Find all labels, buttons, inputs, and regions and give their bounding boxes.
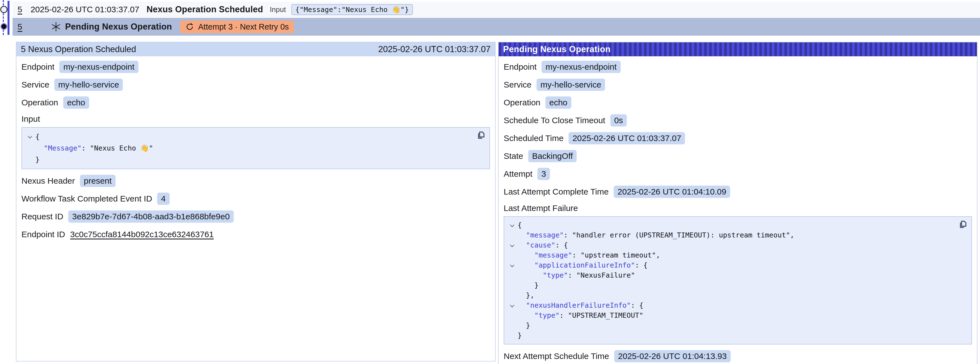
field-value-chip: 2025-02-26 UTC 01:04:13.93	[614, 350, 731, 362]
gutter	[506, 310, 517, 321]
event-timestamp: 2025-02-26 UTC 01:03:37.07	[31, 5, 139, 14]
failure-section-label: Last Attempt Failure	[504, 203, 972, 213]
field-label: Next Attempt Schedule Time	[504, 351, 609, 361]
field-next-attempt-schedule-time: Next Attempt Schedule Time 2025-02-26 UT…	[504, 350, 972, 362]
field-label: Last Attempt Complete Time	[504, 187, 609, 196]
gutter	[506, 250, 517, 260]
json-line: "cause": {	[506, 240, 955, 250]
pending-operation-panel-header: Pending Nexus Operation	[499, 42, 977, 56]
field-workflow-task-completed-event-id: Workflow Task Completed Event ID 4	[21, 193, 490, 205]
field-label: Endpoint ID	[21, 230, 65, 239]
field-nexus-header: Nexus Header present	[21, 175, 490, 187]
copy-icon	[958, 219, 968, 230]
event-detail-panel-header: 5 Nexus Operation Scheduled 2025-02-26 U…	[16, 42, 495, 56]
json-line: }	[506, 330, 955, 341]
retry-badge-label: Attempt 3 · Next Retry 0s	[198, 22, 289, 32]
json-line: {	[506, 220, 955, 230]
field-label: Attempt	[504, 169, 532, 179]
endpoint-id-link[interactable]: 3c0c75ccfa8144b092c13ce632463761	[70, 230, 214, 239]
chevron-down-icon[interactable]	[506, 240, 517, 250]
field-label: Service	[504, 80, 531, 89]
panel-title: 5 Nexus Operation Scheduled	[21, 44, 136, 54]
gutter	[24, 154, 35, 165]
json-line: },	[506, 291, 955, 300]
event-id-link[interactable]: 5	[18, 22, 22, 32]
gutter	[506, 321, 517, 330]
json-line: "nexusHandlerFailureInfo": {	[506, 300, 955, 310]
workflow-event-history-page: 5 2025-02-26 UTC 01:03:37.07 Nexus Opera…	[0, 0, 980, 364]
field-endpoint: Endpoint my-nexus-endpoint	[21, 61, 490, 73]
retry-badge: Attempt 3 · Next Retry 0s	[180, 21, 294, 33]
event-detail-panel: 5 Nexus Operation Scheduled 2025-02-26 U…	[16, 42, 496, 361]
field-service: Service my-hello-service	[504, 78, 972, 91]
field-value-chip: 4	[157, 193, 170, 205]
json-line: "type": "UPSTREAM_TIMEOUT"	[506, 310, 955, 321]
event-id-link[interactable]: 5	[18, 5, 22, 14]
event-row-pending-nexus-operation[interactable]: 5 Pending Nexus Operation Attempt 3 · Ne…	[13, 18, 980, 36]
gutter	[506, 280, 517, 291]
event-marker-open-icon	[0, 6, 8, 13]
field-last-attempt-complete-time: Last Attempt Complete Time 2025-02-26 UT…	[504, 186, 972, 198]
field-operation: Operation echo	[21, 96, 490, 109]
field-request-id: Request ID 3e829b7e-7d67-4b08-aad3-b1e86…	[21, 211, 490, 223]
chevron-down-icon[interactable]	[506, 220, 517, 230]
failure-json-viewer: { "message": "handler error (UPSTREAM_TI…	[504, 216, 972, 345]
json-line: "Message": "Nexus Echo 👋"	[24, 142, 473, 154]
panel-timestamp: 2025-02-26 UTC 01:03:37.07	[378, 44, 490, 54]
field-label: Request ID	[21, 212, 63, 221]
field-value-chip: BackingOff	[528, 150, 577, 162]
copy-button[interactable]	[958, 219, 968, 230]
field-value-chip: 0s	[610, 114, 627, 126]
field-service: Service my-hello-service	[21, 78, 490, 91]
input-json-viewer: { "Message": "Nexus Echo 👋"}	[21, 127, 490, 169]
copy-button[interactable]	[476, 130, 486, 140]
copy-icon	[476, 130, 486, 140]
selected-event-indicator-bar	[8, 1, 10, 35]
retry-icon	[185, 22, 194, 31]
gutter	[506, 291, 517, 300]
field-label: Nexus Header	[21, 176, 75, 186]
gutter	[24, 142, 35, 154]
json-line: "message": "handler error (UPSTREAM_TIME…	[506, 230, 955, 240]
event-title: Nexus Operation Scheduled	[146, 5, 263, 14]
field-value-chip: my-nexus-endpoint	[541, 61, 620, 73]
field-label: State	[504, 151, 523, 161]
panel-title: Pending Nexus Operation	[503, 44, 611, 54]
field-value-chip: echo	[546, 96, 571, 109]
field-value-chip: present	[80, 175, 116, 187]
field-label: Operation	[21, 98, 58, 107]
event-title: Pending Nexus Operation	[65, 22, 172, 32]
field-state: State BackingOff	[504, 150, 972, 162]
field-label: Schedule To Close Timeout	[504, 116, 605, 125]
pending-operation-panel: Pending Nexus Operation Endpoint my-nexu…	[498, 42, 977, 364]
chevron-down-icon[interactable]	[506, 300, 517, 310]
timeline-connector-line	[3, 0, 4, 35]
field-value-chip: 2025-02-26 UTC 01:04:10.09	[614, 186, 730, 198]
field-operation: Operation echo	[504, 96, 972, 109]
json-line: }	[506, 280, 955, 291]
event-row-nexus-operation-scheduled[interactable]: 5 2025-02-26 UTC 01:03:37.07 Nexus Opera…	[13, 2, 980, 17]
field-value-chip: 3e829b7e-7d67-4b08-aad3-b1e868bfe9e0	[68, 211, 234, 223]
field-label: Endpoint	[21, 62, 54, 72]
field-schedule-to-close-timeout: Schedule To Close Timeout 0s	[504, 114, 972, 126]
field-value-chip: my-hello-service	[536, 78, 605, 91]
gutter	[506, 270, 517, 280]
field-value-chip: 3	[537, 168, 550, 180]
field-value-chip: 2025-02-26 UTC 01:03:37.07	[568, 132, 685, 144]
field-value-chip: my-nexus-endpoint	[59, 61, 138, 73]
field-endpoint: Endpoint my-nexus-endpoint	[504, 61, 972, 73]
chevron-down-icon[interactable]	[24, 131, 35, 142]
input-section-label: Input	[21, 114, 490, 124]
field-endpoint-id: Endpoint ID 3c0c75ccfa8144b092c13ce63246…	[21, 228, 490, 241]
field-label: Service	[21, 80, 49, 89]
field-label: Operation	[504, 98, 541, 107]
field-value-chip: my-hello-service	[54, 78, 123, 91]
field-label: Workflow Task Completed Event ID	[21, 194, 152, 203]
chevron-down-icon[interactable]	[506, 260, 517, 270]
field-label: Scheduled Time	[504, 134, 563, 143]
input-label: Input	[270, 5, 286, 14]
json-line: "type": "NexusFailure"	[506, 270, 955, 280]
event-input-preview: {"Message":"Nexus Echo 👋"}	[291, 4, 412, 15]
json-line: }	[24, 154, 473, 165]
json-line: {	[24, 131, 473, 142]
